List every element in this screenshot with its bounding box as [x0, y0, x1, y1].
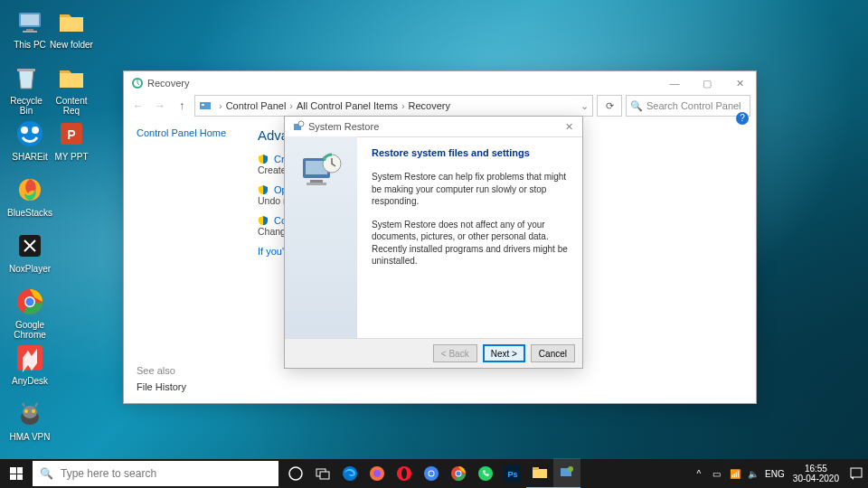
svg-rect-32: [320, 472, 329, 479]
my-ppt-icon: P: [57, 119, 86, 148]
maximize-button[interactable]: ▢: [691, 73, 723, 93]
file-history-link[interactable]: File History: [137, 381, 186, 392]
dialog-content: Restore system files and settings System…: [357, 136, 582, 339]
next-button[interactable]: Next >: [483, 344, 525, 362]
taskbar-app-edge[interactable]: [336, 459, 363, 488]
taskbar-app-opera[interactable]: [391, 459, 418, 488]
icon-label: HMA VPN: [7, 432, 52, 442]
taskbar: 🔍 Type here to search Ps ^ ▭ 📶 🔈 ENG 16:…: [0, 459, 868, 488]
address-dropdown[interactable]: ⌄: [580, 100, 589, 112]
tray-clock[interactable]: 16:55 30-04-2020: [788, 464, 844, 483]
svg-rect-21: [202, 104, 204, 106]
svg-point-17: [24, 409, 28, 413]
taskbar-app-chrome-canary[interactable]: [418, 459, 445, 488]
desktop-icon-google-chrome[interactable]: Google Chrome: [7, 287, 52, 340]
address-bar[interactable]: › Control Panel › All Control Panel Item…: [194, 95, 593, 117]
back-button[interactable]: ←: [129, 97, 147, 115]
recovery-title-icon: [131, 77, 144, 89]
svg-point-23: [298, 121, 304, 127]
taskbar-app-photoshop[interactable]: Ps: [499, 459, 526, 488]
search-icon: 🔍: [40, 467, 53, 480]
taskbar-app-whatsapp[interactable]: [472, 459, 499, 488]
search-input[interactable]: 🔍 Search Control Panel: [626, 95, 750, 117]
new-folder-icon: [57, 7, 86, 36]
svg-point-7: [32, 127, 39, 134]
desktop-icon-my-ppt[interactable]: PMY PPT: [49, 119, 94, 162]
tray-battery-icon[interactable]: ▭: [708, 469, 726, 479]
anydesk-icon: [15, 343, 44, 372]
tray-volume-icon[interactable]: 🔈: [744, 469, 762, 479]
shield-icon: [258, 154, 269, 164]
svg-point-50: [568, 466, 573, 472]
taskbar-app-chrome[interactable]: [445, 459, 472, 488]
system-restore-icon: [296, 149, 346, 192]
icon-label: Content Req: [49, 96, 94, 116]
svg-rect-47: [533, 469, 547, 478]
icon-label: AnyDesk: [7, 376, 52, 386]
svg-point-18: [32, 409, 35, 413]
up-button[interactable]: ↑: [173, 97, 191, 115]
taskbar-app-explorer[interactable]: [526, 458, 553, 488]
svg-point-37: [401, 468, 407, 479]
tray-wifi-icon[interactable]: 📶: [726, 469, 744, 479]
icon-label: Recycle Bin: [4, 96, 49, 116]
task-view-button[interactable]: [309, 459, 336, 488]
tray-show-hidden[interactable]: ^: [690, 469, 708, 479]
refresh-button[interactable]: ⟳: [597, 95, 622, 117]
svg-rect-3: [23, 31, 37, 33]
desktop-icon-noxplayer[interactable]: NoxPlayer: [7, 231, 52, 274]
desktop-icon-this-pc[interactable]: This PC: [7, 7, 52, 50]
desktop-icon-hma-vpn[interactable]: HMA VPN: [7, 399, 52, 442]
tray-date: 30-04-2020: [793, 474, 839, 483]
desktop-icon-recycle-bin[interactable]: Recycle Bin: [4, 63, 49, 116]
window-titlebar: Recovery — ▢ ✕: [124, 71, 756, 94]
noxplayer-icon: [15, 231, 44, 260]
dialog-title: System Restore: [308, 121, 555, 132]
window-title: Recovery: [147, 78, 658, 89]
cortana-button[interactable]: [282, 459, 309, 488]
control-panel-home-link[interactable]: Control Panel Home: [137, 127, 243, 138]
start-button[interactable]: [0, 459, 33, 488]
svg-rect-51: [851, 468, 862, 477]
dialog-text-2: System Restore does not affect any of yo…: [372, 219, 568, 267]
taskbar-search[interactable]: 🔍 Type here to search: [33, 461, 278, 486]
svg-point-35: [373, 470, 381, 477]
svg-rect-27: [307, 183, 326, 185]
desktop-icon-content-req[interactable]: Content Req: [49, 63, 94, 116]
breadcrumb-2[interactable]: Recovery: [409, 100, 450, 111]
icon-label: Google Chrome: [7, 320, 52, 340]
dialog-close-button[interactable]: ✕: [555, 117, 582, 136]
notifications-button[interactable]: [844, 459, 868, 488]
google-chrome-icon: [15, 287, 44, 316]
content-req-icon: [57, 63, 86, 92]
icon-label: New folder: [49, 40, 94, 50]
desktop-icon-shareit[interactable]: SHAREit: [7, 119, 52, 162]
sidebar: Control Panel Home See also File History: [124, 118, 243, 403]
tray-language[interactable]: ENG: [762, 469, 788, 479]
svg-point-43: [457, 472, 461, 476]
system-restore-dialog: System Restore ✕ Restore system files an…: [284, 116, 583, 369]
breadcrumb-1[interactable]: All Control Panel Items: [297, 100, 398, 111]
forward-button[interactable]: →: [151, 97, 169, 115]
icon-label: BlueStacks: [7, 208, 52, 218]
breadcrumb-0[interactable]: Control Panel: [226, 100, 287, 111]
dialog-text-1: System Restore can help fix problems tha…: [372, 171, 568, 208]
dialog-sidebar: [285, 136, 357, 339]
back-button: < Back: [433, 344, 477, 362]
cancel-button[interactable]: Cancel: [531, 344, 575, 362]
minimize-button[interactable]: —: [658, 73, 691, 93]
close-button[interactable]: ✕: [723, 73, 756, 93]
shield-icon: [258, 215, 269, 226]
search-placeholder: Search Control Panel: [646, 100, 741, 111]
taskbar-app-firefox[interactable]: [363, 459, 391, 488]
shareit-icon: [15, 119, 44, 148]
icon-label: NoxPlayer: [7, 264, 52, 274]
tray-time: 16:55: [793, 464, 839, 474]
desktop-icon-new-folder[interactable]: New folder: [49, 7, 94, 50]
svg-point-30: [289, 467, 302, 480]
svg-text:P: P: [67, 127, 75, 142]
taskbar-app-control-panel[interactable]: [553, 458, 580, 488]
desktop-icon-bluestacks[interactable]: BlueStacks: [7, 175, 52, 218]
address-row: ← → ↑ › Control Panel › All Control Pane…: [124, 94, 756, 117]
desktop-icon-anydesk[interactable]: AnyDesk: [7, 343, 52, 386]
